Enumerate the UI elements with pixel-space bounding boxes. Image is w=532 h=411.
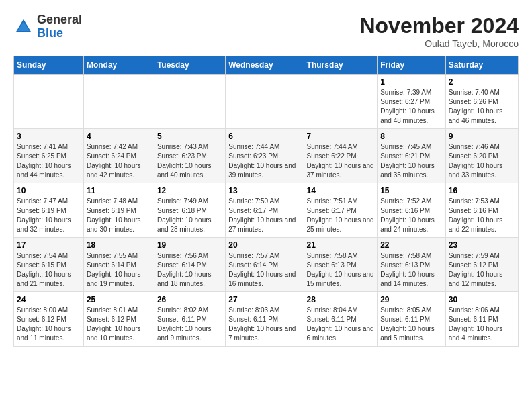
day-info: Sunrise: 7:55 AM Sunset: 6:14 PM Dayligh… <box>87 251 151 289</box>
day-info: Sunrise: 7:49 AM Sunset: 6:18 PM Dayligh… <box>157 197 222 234</box>
day-number: 7 <box>307 132 375 141</box>
calendar-cell: 9Sunrise: 7:46 AM Sunset: 6:20 PM Daylig… <box>445 129 518 183</box>
calendar-cell: 22Sunrise: 7:58 AM Sunset: 6:13 PM Dayli… <box>378 238 446 292</box>
logo-icon <box>13 17 34 37</box>
day-number: 10 <box>17 186 81 195</box>
calendar-cell: 4Sunrise: 7:42 AM Sunset: 6:24 PM Daylig… <box>83 129 154 183</box>
day-info: Sunrise: 7:54 AM Sunset: 6:15 PM Dayligh… <box>17 251 81 289</box>
calendar-cell: 16Sunrise: 7:53 AM Sunset: 6:16 PM Dayli… <box>445 183 518 238</box>
weekday-header-thursday: Thursday <box>304 56 378 75</box>
calendar-cell: 5Sunrise: 7:43 AM Sunset: 6:23 PM Daylig… <box>154 129 225 183</box>
calendar-week-2: 3Sunrise: 7:41 AM Sunset: 6:25 PM Daylig… <box>14 129 519 183</box>
day-info: Sunrise: 8:01 AM Sunset: 6:12 PM Dayligh… <box>87 306 151 343</box>
calendar-cell: 1Sunrise: 7:39 AM Sunset: 6:27 PM Daylig… <box>378 75 446 129</box>
calendar-cell <box>83 75 154 129</box>
calendar-cell: 14Sunrise: 7:51 AM Sunset: 6:17 PM Dayli… <box>304 183 378 238</box>
day-number: 24 <box>17 295 81 304</box>
weekday-header-saturday: Saturday <box>445 56 518 75</box>
calendar-cell: 30Sunrise: 8:06 AM Sunset: 6:11 PM Dayli… <box>445 292 518 347</box>
weekday-row: SundayMondayTuesdayWednesdayThursdayFrid… <box>14 56 519 75</box>
location: Oulad Tayeb, Morocco <box>359 38 519 49</box>
calendar-cell: 13Sunrise: 7:50 AM Sunset: 6:17 PM Dayli… <box>226 183 304 238</box>
day-info: Sunrise: 7:42 AM Sunset: 6:24 PM Dayligh… <box>87 142 151 180</box>
day-number: 30 <box>449 295 515 304</box>
day-info: Sunrise: 7:57 AM Sunset: 6:14 PM Dayligh… <box>228 251 300 289</box>
day-number: 19 <box>157 240 222 250</box>
weekday-header-monday: Monday <box>83 56 154 75</box>
calendar-cell <box>154 75 225 129</box>
day-info: Sunrise: 7:51 AM Sunset: 6:17 PM Dayligh… <box>307 197 375 234</box>
weekday-header-tuesday: Tuesday <box>154 56 225 75</box>
calendar-table: SundayMondayTuesdayWednesdayThursdayFrid… <box>13 56 519 347</box>
day-number: 9 <box>449 132 515 141</box>
day-info: Sunrise: 7:53 AM Sunset: 6:16 PM Dayligh… <box>449 197 515 234</box>
day-info: Sunrise: 7:56 AM Sunset: 6:14 PM Dayligh… <box>157 251 222 289</box>
day-number: 20 <box>228 240 300 250</box>
day-number: 14 <box>307 186 375 195</box>
calendar-cell: 7Sunrise: 7:44 AM Sunset: 6:22 PM Daylig… <box>304 129 378 183</box>
logo-blue: Blue <box>37 27 82 40</box>
calendar-cell: 21Sunrise: 7:58 AM Sunset: 6:13 PM Dayli… <box>304 238 378 292</box>
day-info: Sunrise: 7:48 AM Sunset: 6:19 PM Dayligh… <box>87 197 151 234</box>
calendar-cell: 26Sunrise: 8:02 AM Sunset: 6:11 PM Dayli… <box>154 292 225 347</box>
calendar-cell: 11Sunrise: 7:48 AM Sunset: 6:19 PM Dayli… <box>83 183 154 238</box>
calendar-cell: 27Sunrise: 8:03 AM Sunset: 6:11 PM Dayli… <box>226 292 304 347</box>
calendar-cell: 3Sunrise: 7:41 AM Sunset: 6:25 PM Daylig… <box>14 129 84 183</box>
calendar-cell: 28Sunrise: 8:04 AM Sunset: 6:11 PM Dayli… <box>304 292 378 347</box>
day-info: Sunrise: 8:00 AM Sunset: 6:12 PM Dayligh… <box>17 306 81 343</box>
day-number: 25 <box>87 295 151 304</box>
day-number: 27 <box>228 295 300 304</box>
day-number: 16 <box>449 186 515 195</box>
day-number: 29 <box>380 295 443 304</box>
calendar-cell: 20Sunrise: 7:57 AM Sunset: 6:14 PM Dayli… <box>226 238 304 292</box>
calendar-cell <box>14 75 84 129</box>
day-number: 21 <box>307 240 375 250</box>
calendar-cell: 17Sunrise: 7:54 AM Sunset: 6:15 PM Dayli… <box>14 238 84 292</box>
calendar-week-5: 24Sunrise: 8:00 AM Sunset: 6:12 PM Dayli… <box>14 292 519 347</box>
day-number: 18 <box>87 240 151 250</box>
logo-text: General Blue <box>37 13 82 40</box>
calendar-body: 1Sunrise: 7:39 AM Sunset: 6:27 PM Daylig… <box>14 75 519 347</box>
day-info: Sunrise: 7:59 AM Sunset: 6:12 PM Dayligh… <box>449 251 515 289</box>
calendar-cell: 18Sunrise: 7:55 AM Sunset: 6:14 PM Dayli… <box>83 238 154 292</box>
day-info: Sunrise: 7:40 AM Sunset: 6:26 PM Dayligh… <box>449 88 515 126</box>
calendar-cell <box>304 75 378 129</box>
calendar-week-3: 10Sunrise: 7:47 AM Sunset: 6:19 PM Dayli… <box>14 183 519 238</box>
title-block: November 2024 Oulad Tayeb, Morocco <box>359 13 519 49</box>
day-info: Sunrise: 7:47 AM Sunset: 6:19 PM Dayligh… <box>17 197 81 234</box>
day-number: 28 <box>307 295 375 304</box>
weekday-header-wednesday: Wednesday <box>226 56 304 75</box>
day-number: 3 <box>17 132 81 141</box>
calendar-week-4: 17Sunrise: 7:54 AM Sunset: 6:15 PM Dayli… <box>14 238 519 292</box>
day-number: 8 <box>380 132 443 141</box>
day-number: 26 <box>157 295 222 304</box>
calendar-cell: 29Sunrise: 8:05 AM Sunset: 6:11 PM Dayli… <box>378 292 446 347</box>
day-info: Sunrise: 7:50 AM Sunset: 6:17 PM Dayligh… <box>228 197 300 234</box>
day-info: Sunrise: 7:58 AM Sunset: 6:13 PM Dayligh… <box>380 251 443 289</box>
day-number: 13 <box>228 186 300 195</box>
day-info: Sunrise: 7:44 AM Sunset: 6:23 PM Dayligh… <box>228 142 300 180</box>
day-number: 6 <box>228 132 300 141</box>
calendar-cell: 2Sunrise: 7:40 AM Sunset: 6:26 PM Daylig… <box>445 75 518 129</box>
day-info: Sunrise: 7:52 AM Sunset: 6:16 PM Dayligh… <box>380 197 443 234</box>
day-info: Sunrise: 7:39 AM Sunset: 6:27 PM Dayligh… <box>380 88 443 126</box>
day-info: Sunrise: 8:02 AM Sunset: 6:11 PM Dayligh… <box>157 306 222 343</box>
day-info: Sunrise: 8:03 AM Sunset: 6:11 PM Dayligh… <box>228 306 300 343</box>
logo: General Blue <box>13 13 82 40</box>
day-number: 11 <box>87 186 151 195</box>
weekday-header-sunday: Sunday <box>14 56 84 75</box>
calendar-cell: 24Sunrise: 8:00 AM Sunset: 6:12 PM Dayli… <box>14 292 84 347</box>
page-header: General Blue November 2024 Oulad Tayeb, … <box>13 13 519 49</box>
calendar-header: SundayMondayTuesdayWednesdayThursdayFrid… <box>14 56 519 75</box>
day-info: Sunrise: 7:46 AM Sunset: 6:20 PM Dayligh… <box>449 142 515 180</box>
month-title: November 2024 <box>359 13 519 38</box>
weekday-header-friday: Friday <box>378 56 446 75</box>
calendar-cell: 12Sunrise: 7:49 AM Sunset: 6:18 PM Dayli… <box>154 183 225 238</box>
calendar-cell: 8Sunrise: 7:45 AM Sunset: 6:21 PM Daylig… <box>378 129 446 183</box>
calendar-cell: 25Sunrise: 8:01 AM Sunset: 6:12 PM Dayli… <box>83 292 154 347</box>
day-info: Sunrise: 8:06 AM Sunset: 6:11 PM Dayligh… <box>449 306 515 343</box>
calendar-cell: 19Sunrise: 7:56 AM Sunset: 6:14 PM Dayli… <box>154 238 225 292</box>
calendar-week-1: 1Sunrise: 7:39 AM Sunset: 6:27 PM Daylig… <box>14 75 519 129</box>
day-info: Sunrise: 7:45 AM Sunset: 6:21 PM Dayligh… <box>380 142 443 180</box>
day-info: Sunrise: 7:43 AM Sunset: 6:23 PM Dayligh… <box>157 142 222 180</box>
